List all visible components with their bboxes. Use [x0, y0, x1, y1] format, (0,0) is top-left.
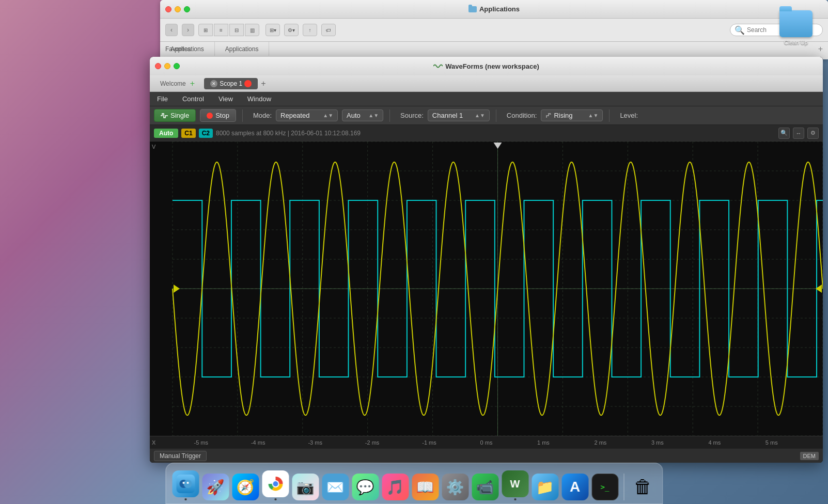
scope-toolbar: Single Stop Mode: Repeated ▲▼ Auto ▲▼ So… [150, 106, 823, 125]
svg-point-3 [182, 482, 184, 484]
dock-item-music[interactable]: 🎵 [382, 474, 409, 500]
menu-control[interactable]: Control [179, 94, 207, 104]
settings-icon-button[interactable]: ⚙ [807, 128, 819, 139]
finder-maximize-button[interactable] [184, 6, 190, 12]
trash-dock-icon: 🗑 [629, 474, 656, 500]
dock-item-trash[interactable]: 🗑 [629, 474, 656, 500]
waveforms-window: WaveForms (new workspace) Welcome + ✕ Sc… [150, 57, 823, 463]
finder-share-button[interactable]: ↑ [303, 24, 317, 36]
dock-item-facetime[interactable]: 📹 [472, 474, 498, 500]
welcome-label: Welcome [160, 80, 186, 87]
channel2-badge[interactable]: C2 [199, 129, 213, 138]
finder-tab-2[interactable]: Applications [215, 42, 270, 56]
mode-dropdown-arrow: ▲▼ [323, 113, 333, 118]
tab-welcome[interactable]: Welcome + [154, 77, 201, 90]
menu-file[interactable]: File [154, 94, 171, 104]
scope-tab-label: Scope 1 [220, 80, 242, 87]
finder-back-button[interactable]: ‹ [165, 24, 178, 36]
finder-folder-icon [468, 6, 477, 12]
finder-view-buttons: ⊞ ≡ ⊟ ▥ [198, 24, 259, 36]
ibooks-dock-icon: 📖 [412, 474, 439, 500]
waveforms-maximize-button[interactable] [174, 63, 180, 69]
condition-dropdown[interactable]: Rising ▲▼ [541, 109, 603, 121]
chrome-dock-active-dot [274, 498, 276, 500]
dock-item-launchpad[interactable]: 🚀 [202, 474, 229, 500]
finder-action-button[interactable]: ⚙▾ [284, 24, 299, 36]
channel1-badge[interactable]: C1 [181, 129, 195, 138]
waveforms-tabs-bar: Welcome + ✕ Scope 1 + [150, 75, 823, 92]
finder-coverflow-view[interactable]: ▥ [245, 24, 259, 36]
finder-edit-tags-button[interactable]: 🏷 [321, 24, 336, 36]
svg-point-7 [273, 481, 278, 486]
single-button[interactable]: Single [154, 109, 196, 122]
finder-dock-icon [172, 470, 199, 497]
condition-label: Condition: [507, 112, 537, 119]
dock-item-mail[interactable]: ✉️ [322, 474, 349, 500]
mail-dock-icon: ✉️ [322, 474, 349, 500]
add-tab-button[interactable]: + [261, 79, 265, 88]
finder-titlebar: Applications [160, 0, 828, 19]
iphoto-dock-icon: 📷 [292, 474, 319, 500]
x-label-0: 0 ms [458, 439, 514, 446]
toolbar-separator-3 [496, 109, 496, 122]
dock-item-terminal[interactable]: >_ [591, 474, 618, 500]
dock-item-syspref[interactable]: ⚙️ [442, 474, 468, 500]
manual-trigger-button[interactable]: Manual Trigger [154, 451, 207, 461]
mode-label: Mode: [253, 112, 272, 119]
syspref-dock-icon: ⚙️ [442, 474, 468, 500]
x-axis-v-label: X [152, 439, 155, 446]
stop-dot-icon [207, 113, 213, 119]
launchpad-dock-icon: 🚀 [202, 474, 229, 500]
dock-item-iphoto[interactable]: 📷 [292, 474, 319, 500]
oscilloscope-canvas[interactable] [150, 141, 823, 436]
source-dropdown[interactable]: Channel 1 ▲▼ [428, 109, 490, 121]
finder-arrange-button[interactable]: ⊞▾ [265, 24, 280, 36]
dock-item-finder[interactable] [172, 470, 199, 500]
finder-list-view[interactable]: ≡ [214, 24, 228, 36]
finder-tabs: Applications Applications + [160, 41, 828, 56]
auto-button[interactable]: Auto [154, 129, 178, 138]
menu-window[interactable]: Window [244, 94, 274, 104]
x-label-1: 1 ms [515, 439, 572, 446]
finder-minimize-button[interactable] [175, 6, 181, 12]
dock-item-safari[interactable]: 🧭 [232, 474, 259, 500]
scope-tab-close-icon[interactable]: ✕ [210, 80, 217, 87]
single-icon [161, 113, 168, 119]
auto-dropdown[interactable]: Auto ▲▼ [342, 109, 383, 121]
stop-button[interactable]: Stop [200, 109, 236, 122]
finder-title: Applications [468, 5, 520, 13]
scope-canvas-area: 2.5 2 1.5 1 0.5 0 -0.5 -1 -1.5 -2 -2.5 D… [150, 141, 823, 436]
dock-item-messages[interactable]: 💬 [352, 474, 379, 500]
dock-item-chrome[interactable] [262, 470, 289, 500]
x-label-2: 2 ms [572, 439, 629, 446]
scope-header: Auto C1 C2 8000 samples at 800 kHz | 201… [150, 125, 823, 141]
waveforms-menubar: File Control View Window [150, 92, 823, 106]
finder-add-tab-button[interactable]: + [813, 42, 828, 56]
desktop-folder-icon[interactable] [779, 10, 813, 37]
finder-column-view[interactable]: ⊟ [229, 24, 244, 36]
x-axis: X -5 ms -4 ms -3 ms -2 ms -1 ms 0 ms 1 m… [150, 436, 823, 448]
tab-scope1[interactable]: ✕ Scope 1 [204, 78, 258, 89]
finder-close-button[interactable] [165, 6, 171, 12]
source-label: Source: [400, 112, 424, 119]
cursor-icon-button[interactable]: ↔ [793, 128, 804, 139]
menu-view[interactable]: View [215, 94, 236, 104]
zoom-icon-button[interactable]: 🔍 [778, 128, 790, 139]
dock-item-finder2[interactable]: 📁 [532, 474, 558, 500]
waveforms-close-button[interactable] [155, 63, 161, 69]
scope-info-text: 8000 samples at 800 kHz | 2016-06-01 10:… [216, 130, 361, 137]
dock-item-waveforms[interactable]: W [502, 470, 528, 500]
x-label-3: 3 ms [629, 439, 686, 446]
mode-dropdown[interactable]: Repeated ▲▼ [276, 109, 338, 121]
dock: 🚀 🧭 📷 ✉️ 💬 🎵 📖 ⚙️ [165, 463, 663, 504]
dock-item-ibooks[interactable]: 📖 [412, 474, 439, 500]
dock-item-appstore[interactable]: A [561, 474, 588, 500]
dem-badge: DEM [800, 452, 819, 460]
toolbar-separator-1 [242, 109, 243, 122]
level-label: Level: [620, 112, 638, 119]
chrome-dock-icon [262, 470, 289, 497]
x-label-4: 4 ms [686, 439, 743, 446]
finder-icon-view[interactable]: ⊞ [198, 24, 213, 36]
finder-forward-button[interactable]: › [182, 24, 194, 36]
waveforms-minimize-button[interactable] [164, 63, 170, 69]
